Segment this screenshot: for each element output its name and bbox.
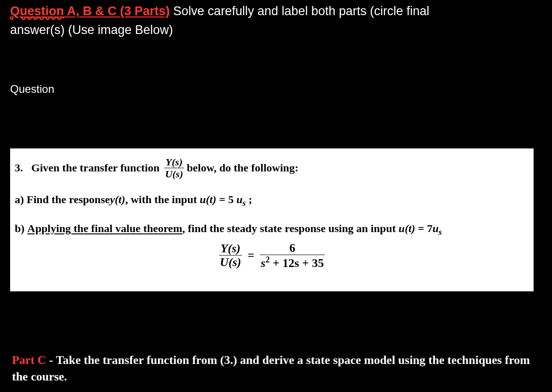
part-c-text: - Take the transfer function from (3.) a…: [12, 353, 530, 383]
transfer-equation: Y(s) U(s) = 6 s2 + 12s + 35: [15, 242, 529, 269]
s-var: s: [261, 256, 265, 270]
part-c: Part C - Take the transfer function from…: [10, 352, 534, 386]
part-a-mid: , with the input: [125, 191, 200, 208]
part-b-prefix: b): [15, 220, 27, 237]
part-c-label: Part C: [12, 353, 46, 367]
header-instruction-line1: Solve carefully and label both parts (ci…: [170, 4, 429, 18]
equals-sign: =: [216, 191, 228, 208]
header-instructions: Question A, B & C (3 Parts) Solve carefu…: [10, 2, 534, 39]
problem-box: 3. Given the transfer function Y(s) U(s)…: [10, 148, 534, 291]
transfer-lhs: Y(s) U(s): [219, 242, 242, 269]
transfer-rhs-num: 6: [288, 242, 296, 255]
u-sub: u: [236, 193, 242, 205]
fraction-numerator: Y(s): [165, 157, 184, 168]
s-subscript: s: [242, 199, 246, 208]
header-title: Question A, B & C (3 Parts): [10, 4, 170, 18]
part-b-underlined: Applying the final value theorem: [27, 220, 182, 237]
s-subscript-b: s: [439, 227, 442, 237]
transfer-equals: =: [247, 246, 254, 265]
header-instruction-line2: answer(s) (Use image Below): [10, 23, 173, 37]
five-us: 5 us: [228, 191, 246, 210]
transfer-lhs-num: Y(s): [219, 242, 241, 255]
seven: 7: [427, 222, 432, 234]
part-a: a) Find the response y(t) , with the inp…: [15, 191, 529, 210]
u-sub-b: u: [432, 222, 438, 234]
part-a-prefix: a) Find the response: [15, 191, 110, 208]
five: 5: [228, 193, 236, 205]
part-b: b) Applying the final value theorem , fi…: [15, 220, 529, 239]
transfer-rhs-den: s2 + 12s + 35: [260, 255, 325, 269]
u-of-t-b: u(t): [399, 220, 415, 237]
y-of-t: y(t): [110, 191, 125, 208]
intro-suffix: below, do the following:: [187, 159, 299, 176]
seven-us: 7us: [427, 220, 442, 239]
transfer-lhs-den: U(s): [219, 255, 242, 268]
problem-intro: 3. Given the transfer function Y(s) U(s)…: [15, 157, 529, 179]
part-b-mid: , find the steady state response using a…: [182, 220, 398, 237]
fraction-denominator: U(s): [164, 168, 184, 179]
intro-prefix: 3. Given the transfer function: [15, 159, 162, 176]
rhs-den-rest: + 12s + 35: [270, 256, 324, 270]
fraction-ys-us: Y(s) U(s): [164, 157, 184, 179]
transfer-rhs: 6 s2 + 12s + 35: [260, 242, 325, 269]
header-title-wavy: Question: [10, 4, 64, 18]
u-of-t: u(t): [200, 191, 216, 208]
question-heading: Question: [10, 83, 534, 96]
header-title-rest: A, B & C (3 Parts): [64, 4, 170, 18]
part-a-end: ;: [246, 191, 252, 208]
equals-sign-b: =: [415, 220, 427, 237]
